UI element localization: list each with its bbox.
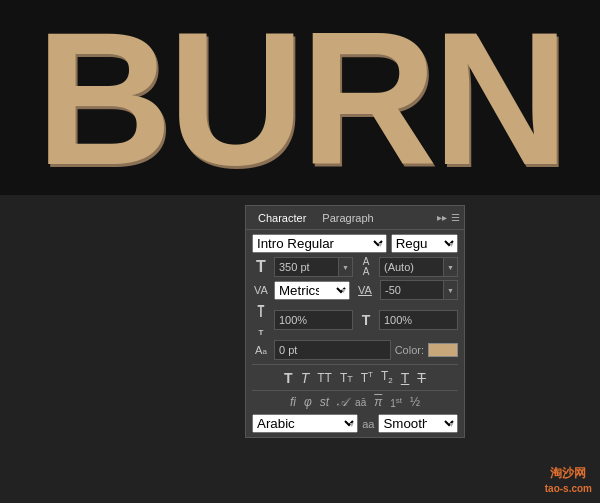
leading-icon: A A [357, 257, 375, 277]
color-swatch[interactable] [428, 343, 458, 357]
leading-input[interactable]: (Auto) [380, 261, 443, 273]
baseline-input[interactable]: 0 pt [275, 344, 390, 356]
size-leading-row: T 350 pt ▼ A A (Auto) ▼ [252, 257, 458, 277]
font-size-field: 350 pt ▼ [274, 257, 353, 277]
font-family-select[interactable]: Intro Regular [252, 234, 387, 253]
underline-btn[interactable]: T [398, 369, 413, 386]
vscale-icon: T T [252, 303, 270, 337]
tab-paragraph[interactable]: Paragraph [314, 208, 381, 228]
titling-btn[interactable]: aā [353, 394, 368, 410]
panel-menu-btn[interactable]: ☰ [451, 212, 460, 223]
vscale-input[interactable]: 100% [275, 314, 352, 326]
subscript-btn[interactable]: T2 [378, 369, 396, 386]
kerning-input[interactable]: -50 [381, 284, 443, 296]
aa-label: aa [362, 418, 374, 430]
baseline-color-row: Aa 0 pt Color: [252, 340, 458, 360]
leading-arrow[interactable]: ▼ [443, 258, 457, 276]
burn-text: BURN [36, 3, 565, 193]
panel-body: Intro Regular Regular T 350 pt ▼ A [246, 230, 464, 437]
ordinal-btn[interactable]: 1st [388, 394, 404, 410]
ligature-btn[interactable]: fi [288, 394, 298, 410]
opentype-row: fi φ st 𝒜 aā π 1st ½ [252, 394, 458, 410]
smallcaps-btn[interactable]: TT [337, 369, 356, 386]
hscale-field: 100% [379, 310, 458, 330]
tracking-kerning-row: VA Metrics VA -50 ▼ [252, 280, 458, 300]
bottom-controls: Arabic aa Smooth [252, 414, 458, 433]
tab-character[interactable]: Character [250, 208, 314, 228]
contextual-btn[interactable]: π [372, 394, 384, 410]
color-label: Color: [395, 344, 424, 356]
panel-tabs: Character Paragraph ▸▸ ☰ [246, 206, 464, 230]
strikethrough-btn[interactable]: T [414, 369, 429, 386]
hscale-icon: T [357, 312, 375, 328]
vscale-field: 100% [274, 310, 353, 330]
baseline-field: 0 pt [274, 340, 391, 360]
tracking-select[interactable]: Metrics [274, 281, 350, 300]
leading-field: (Auto) ▼ [379, 257, 458, 277]
arrows-icon: ▸▸ [437, 212, 447, 223]
character-panel: Character Paragraph ▸▸ ☰ Intro Regular R… [245, 205, 465, 438]
discretionary-btn[interactable]: φ [302, 394, 314, 410]
tracking-icon: VA [252, 284, 270, 296]
watermark-line1: 淘沙网 [545, 466, 592, 482]
kerning-arrow[interactable]: ▼ [443, 281, 457, 299]
burn-preview: BURN [0, 0, 600, 195]
bottom-area: Character Paragraph ▸▸ ☰ Intro Regular R… [0, 195, 600, 503]
stylistic-btn[interactable]: 𝒜 [335, 394, 349, 410]
bold-btn[interactable]: T [281, 369, 296, 386]
antialiasing-select[interactable]: Smooth [378, 414, 458, 433]
kerning-field: -50 ▼ [380, 280, 458, 300]
scale-row: T T 100% T 100% [252, 303, 458, 337]
style-buttons-row: T T TT TT TT T2 T T [252, 364, 458, 391]
hscale-input[interactable]: 100% [380, 314, 457, 326]
baseline-icon: Aa [252, 344, 270, 356]
watermark: 淘沙网 tao-s.com [545, 466, 592, 495]
swash-btn[interactable]: st [318, 394, 331, 410]
italic-btn[interactable]: T [298, 369, 313, 386]
superscript-btn[interactable]: TT [358, 369, 376, 386]
font-style-select[interactable]: Regular [391, 234, 458, 253]
allcaps-btn[interactable]: TT [314, 369, 335, 386]
kerning-icon: VA [354, 284, 376, 296]
fractions-btn[interactable]: ½ [408, 394, 422, 410]
font-size-input[interactable]: 350 pt [275, 261, 338, 273]
panel-arrows: ▸▸ [437, 212, 447, 223]
font-size-arrow[interactable]: ▼ [338, 258, 352, 276]
size-icon: T [252, 258, 270, 276]
language-select[interactable]: Arabic [252, 414, 358, 433]
watermark-line2: tao-s.com [545, 482, 592, 495]
font-row: Intro Regular Regular [252, 234, 458, 253]
